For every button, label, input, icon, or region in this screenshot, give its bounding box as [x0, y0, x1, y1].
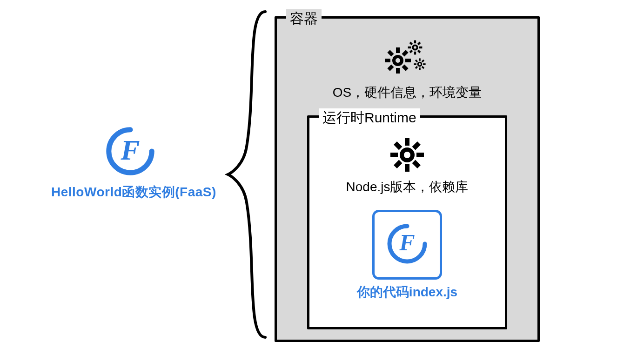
svg-rect-29	[415, 60, 418, 62]
svg-rect-39	[394, 141, 402, 150]
svg-rect-4	[396, 68, 400, 74]
faas-logo-small-icon: F	[384, 221, 430, 269]
svg-rect-34	[405, 164, 409, 172]
container-inner: OS，硬件信息，环境变量 运行时Runtime Node.js版本，依赖库	[277, 19, 537, 340]
svg-rect-7	[402, 50, 408, 56]
faas-instance-title: HelloWorld函数实例(FaaS)	[51, 183, 209, 201]
diagram-stage: F HelloWorld函数实例(FaaS) 容器	[0, 0, 644, 348]
svg-text:F: F	[120, 134, 140, 166]
code-card: F	[372, 210, 442, 280]
svg-rect-28	[415, 66, 418, 69]
svg-rect-24	[419, 67, 421, 70]
runtime-inner: Node.js版本，依赖库 F 你的代码index.js	[309, 118, 505, 301]
svg-rect-38	[394, 160, 402, 168]
svg-rect-37	[412, 141, 421, 150]
svg-rect-36	[416, 153, 424, 157]
svg-rect-27	[422, 60, 424, 62]
svg-rect-13	[414, 40, 416, 44]
svg-rect-5	[385, 59, 390, 62]
svg-rect-15	[408, 47, 411, 48]
svg-point-32	[404, 152, 410, 158]
svg-text:F: F	[399, 229, 415, 255]
svg-rect-8	[387, 64, 394, 71]
svg-rect-17	[417, 42, 421, 46]
svg-rect-18	[409, 50, 413, 54]
svg-rect-23	[419, 58, 421, 60]
svg-rect-10	[402, 64, 408, 71]
gears-icon	[277, 37, 537, 81]
svg-rect-20	[417, 50, 421, 54]
svg-rect-40	[412, 160, 421, 168]
svg-rect-19	[409, 42, 413, 46]
svg-rect-33	[405, 138, 409, 146]
svg-rect-35	[390, 153, 398, 157]
svg-rect-16	[419, 47, 423, 48]
svg-rect-14	[414, 52, 416, 55]
svg-point-2	[396, 58, 400, 63]
brace-icon	[221, 7, 277, 342]
runtime-info-text: Node.js版本，依赖库	[309, 178, 505, 196]
container-info-text: OS，硬件信息，环境变量	[277, 84, 537, 101]
svg-point-12	[414, 46, 416, 49]
svg-rect-9	[387, 50, 394, 56]
faas-logo-icon: F	[105, 126, 156, 179]
svg-rect-25	[414, 63, 416, 65]
svg-point-22	[419, 63, 421, 66]
gear-icon	[309, 136, 505, 175]
runtime-box: 运行时Runtime Node.js版本，依赖库	[307, 115, 507, 329]
runtime-legend: 运行时Runtime	[319, 108, 420, 127]
faas-instance-block: F HelloWorld函数实例(FaaS)	[51, 126, 209, 201]
code-label: 你的代码index.js	[309, 283, 505, 301]
svg-rect-26	[423, 63, 425, 65]
svg-rect-30	[422, 66, 424, 69]
svg-rect-6	[405, 59, 411, 62]
container-box: 容器	[275, 16, 540, 342]
svg-rect-3	[396, 47, 400, 53]
